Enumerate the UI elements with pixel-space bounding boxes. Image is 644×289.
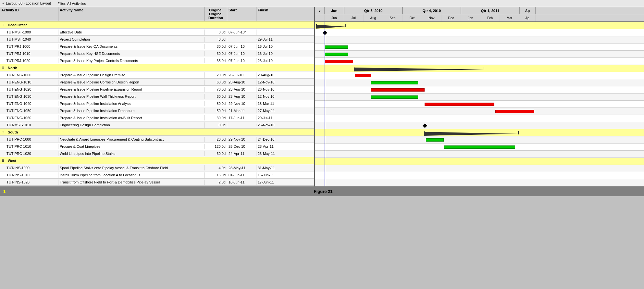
- cell-activity-id: TUT-ENG-1020: [0, 87, 58, 92]
- cell-start: 25-Dec-10: [227, 144, 256, 149]
- cell-start: 23-Aug-10: [227, 87, 256, 92]
- cell-activity-id: TUT-PRJ-1000: [0, 44, 58, 49]
- cell-activity-id: TUT-MST-1010: [0, 122, 58, 128]
- cell-duration: 60.0d: [204, 80, 227, 85]
- bottom-bar: 1 Figure 21: [0, 186, 644, 196]
- gantt-bar-green: [426, 138, 444, 142]
- group-label-head-office: Head Office: [5, 22, 314, 28]
- group-row-north: ⊟ North: [0, 64, 314, 71]
- cell-activity-name: Prepare & Issue Pipeline Corrosion Desig…: [58, 80, 204, 85]
- gantt-month-ap: Ap: [519, 14, 536, 21]
- group-label-north: North: [5, 65, 314, 70]
- milestone-marker: [423, 123, 427, 128]
- gantt-row: [315, 136, 644, 144]
- cell-duration: 0.0d: [204, 122, 227, 128]
- cell-start: 07-Jun-10: [227, 51, 256, 56]
- filter-label: Filter: All Activities: [57, 2, 86, 6]
- table-row: TUT-MST-1010 Engineering Design Completi…: [0, 121, 314, 129]
- cell-finish: 16-Jul-10: [256, 44, 286, 49]
- cell-finish: 20-Aug-10: [256, 72, 286, 78]
- cell-activity-id: TUT-PRJ-1010: [0, 51, 58, 56]
- gantt-month-jul: Jul: [344, 14, 364, 21]
- gantt-row: [315, 94, 644, 101]
- gantt-bar-red: [425, 103, 494, 106]
- cell-activity-id: TUT-ENG-1060: [0, 115, 58, 120]
- cell-start: 07-Jun-10: [227, 58, 256, 63]
- cell-start: 17-Jun-11: [227, 115, 256, 120]
- gantt-panel: y Jun Qtr 3, 2010 Qtr 4, 2010 Qtr 1, 201…: [315, 7, 644, 186]
- group-expand-north[interactable]: ⊟: [0, 65, 5, 70]
- gantt-bar-green: [325, 53, 348, 56]
- table-row: TUT-MST-1000 Effective Date 0.0d 07-Jun-…: [0, 29, 314, 36]
- cell-activity-name: Prepare & Issue Pipeline Installation Pr…: [58, 108, 204, 113]
- group-expand-head-office[interactable]: ⊟: [0, 22, 5, 27]
- table-row: TUT-ENG-1040 Prepare & Issue Pipeline In…: [0, 100, 314, 107]
- group-expand-south[interactable]: ⊟: [0, 130, 5, 134]
- gantt-month-jun: Jun: [325, 14, 344, 21]
- gantt-month-oct: Oct: [402, 14, 422, 21]
- cell-finish: 23-May-11: [256, 151, 286, 156]
- cell-start: 29-Nov-10: [227, 137, 256, 142]
- table-row: TUT-PRC-1010 Procure & Coat Linepipes 12…: [0, 143, 314, 150]
- table-row: TUT-INS-1010 Install 10km Pipeline from …: [0, 171, 314, 179]
- cell-activity-id: TUT-ENG-1030: [0, 94, 58, 99]
- gantt-row: [315, 172, 644, 179]
- group-expand-west[interactable]: ⊟: [0, 158, 5, 163]
- cell-activity-name: Engineering Design Completion: [58, 122, 204, 128]
- cell-start: 28-May-11: [227, 165, 256, 170]
- cell-duration: 0.0d: [204, 37, 227, 42]
- cell-finish: 29-Jul-11: [256, 115, 286, 120]
- cell-activity-id: TUT-PRC-1000: [0, 137, 58, 142]
- cell-start: 23-Aug-10: [227, 80, 256, 85]
- cell-duration: 15.0d: [204, 172, 227, 178]
- cell-activity-id: TUT-INS-1010: [0, 172, 58, 178]
- table-row: TUT-PRJ-1010 Prepare & Issue Key HSE Doc…: [0, 50, 314, 57]
- gantt-row: [315, 151, 644, 158]
- cell-finish: [256, 31, 286, 33]
- gantt-row: [315, 144, 644, 151]
- cell-activity-name: Weld Linepipes into Pipeline Stalks: [58, 151, 204, 156]
- gantt-bar-green: [444, 145, 515, 149]
- cell-start: 26-Jul-10: [227, 72, 256, 78]
- cell-activity-name: Procure & Coat Linepipes: [58, 144, 204, 149]
- gantt-month-feb: Feb: [480, 14, 500, 21]
- cell-activity-id: TUT-ENG-1000: [0, 72, 58, 78]
- group-arrow-head-office: [316, 25, 345, 29]
- gantt-group-head-office: [315, 22, 644, 29]
- cell-activity-id: TUT-ENG-1050: [0, 108, 58, 113]
- gantt-group-west: [315, 158, 644, 165]
- cell-activity-name: Transit from Offshore Field to Port & De…: [58, 180, 204, 185]
- gantt-row: [315, 79, 644, 86]
- gantt-row: [315, 179, 644, 186]
- cell-duration: 20.0d: [204, 137, 227, 142]
- gantt-bar-green: [371, 95, 418, 99]
- figure-label: Figure 21: [6, 189, 641, 194]
- cell-activity-id: TUT-INS-1000: [0, 165, 58, 170]
- cell-start: 24-Apr-11: [227, 151, 256, 156]
- top-bar: ✓ Layout: 03 - Location Layout Filter: A…: [0, 0, 644, 7]
- cell-finish: 12-Nov-10: [256, 94, 286, 99]
- table-row: TUT-ENG-1010 Prepare & Issue Pipeline Co…: [0, 79, 314, 86]
- cell-activity-name: Prepare & Issue Key Project Controls Doc…: [58, 58, 204, 63]
- header-start: Start: [227, 7, 256, 21]
- gantt-month-pre: [315, 14, 325, 21]
- cell-duration: 2.0d: [204, 180, 227, 185]
- cell-start: 07-Jun-10*: [227, 30, 256, 35]
- table-row: TUT-MST-1040 Project Completion 0.0d 29-…: [0, 36, 314, 43]
- cell-duration: 0.0d: [204, 30, 227, 35]
- table-row: TUT-ENG-1030 Prepare & Issue Pipeline Wa…: [0, 93, 314, 100]
- cell-activity-name: Effective Date: [58, 30, 204, 35]
- gantt-month-aug: Aug: [364, 14, 383, 21]
- cell-start: 16-Jun-11: [227, 180, 256, 185]
- gantt-bar-red: [355, 74, 371, 77]
- cell-activity-name: Negotiate & Award Linepipes Procurement …: [58, 137, 204, 142]
- gantt-qtr-q4: Qtr 4, 2010: [402, 7, 461, 14]
- gantt-qtr-ap: Ap: [519, 7, 536, 14]
- cell-start: [227, 124, 256, 126]
- header-activity-name: Activity Name: [58, 7, 204, 21]
- cell-finish: 17-Jun-11: [256, 180, 286, 185]
- table-row: TUT-ENG-1000 Prepare & Issue Pipeline De…: [0, 71, 314, 79]
- group-row-head-office: ⊟ Head Office: [0, 21, 314, 29]
- cell-start: 07-Jun-10: [227, 44, 256, 49]
- gantt-month-jan: Jan: [461, 14, 480, 21]
